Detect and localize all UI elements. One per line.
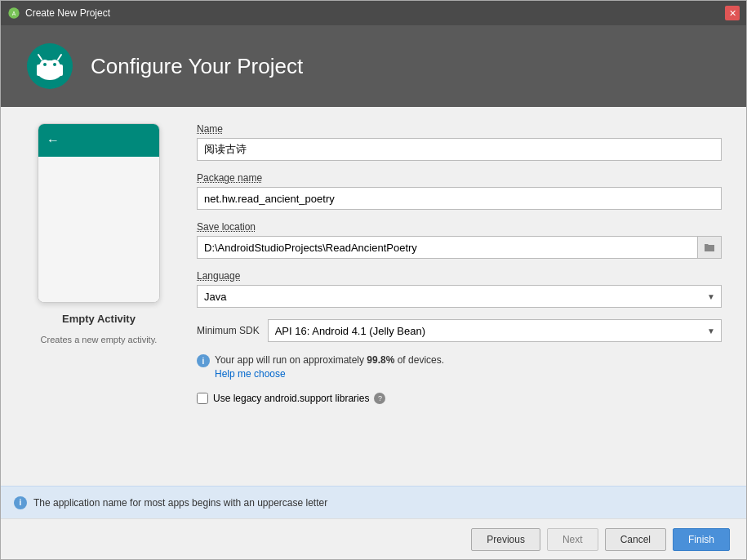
footer: Previous Next Cancel Finish [1, 518, 746, 559]
activity-desc: Creates a new empty activity. [41, 335, 158, 344]
titlebar: A Create New Project ✕ [1, 1, 746, 25]
package-input[interactable] [197, 187, 722, 210]
browse-folder-button[interactable] [697, 236, 722, 259]
header: Configure Your Project [1, 25, 746, 107]
language-group: Language Java Kotlin ▼ [197, 270, 722, 308]
bottom-info-text: The application name for most apps begin… [33, 497, 327, 509]
info-percent: 99.8% [367, 354, 394, 366]
back-arrow-icon: ← [47, 133, 60, 148]
phone-header: ← [38, 124, 159, 157]
language-select[interactable]: Java Kotlin [197, 285, 722, 308]
android-icon: A [7, 7, 20, 20]
phone-mockup: ← [38, 123, 160, 303]
finish-button[interactable]: Finish [673, 528, 730, 551]
name-group: Name [197, 123, 722, 161]
name-label: Name [197, 123, 722, 135]
min-sdk-select[interactable]: API 16: Android 4.1 (Jelly Bean) API 21:… [268, 319, 722, 342]
language-select-wrapper: Java Kotlin ▼ [197, 285, 722, 308]
info-suffix: of devices. [394, 354, 444, 366]
legacy-label: Use legacy android.support libraries [213, 393, 369, 404]
svg-text:A: A [12, 11, 16, 16]
form-panel: Name Package name Save location [197, 123, 722, 469]
next-button[interactable]: Next [547, 528, 598, 551]
svg-rect-11 [43, 72, 47, 78]
save-location-input-row [197, 236, 722, 259]
main-content: ← Empty Activity Creates a new empty act… [1, 107, 746, 486]
info-icon: i [197, 354, 210, 367]
save-location-input[interactable] [197, 236, 697, 259]
name-input[interactable] [197, 138, 722, 161]
close-button[interactable]: ✕ [725, 6, 740, 20]
save-location-label: Save location [197, 221, 722, 233]
legacy-checkbox[interactable] [197, 393, 208, 404]
svg-point-8 [53, 63, 56, 66]
bottom-info-icon: i [14, 496, 27, 509]
svg-rect-12 [53, 72, 56, 78]
activity-label: Empty Activity [62, 313, 136, 325]
help-me-choose-link[interactable]: Help me choose [215, 368, 286, 380]
header-logo-icon [25, 42, 74, 91]
min-sdk-select-wrapper: API 16: Android 4.1 (Jelly Bean) API 21:… [268, 319, 722, 342]
bottom-info-bar: i The application name for most apps beg… [1, 486, 746, 518]
min-sdk-label: Minimum SDK [197, 325, 260, 336]
window-title: Create New Project [25, 7, 110, 19]
legacy-help-icon[interactable]: ? [374, 393, 385, 404]
cancel-button[interactable]: Cancel [605, 528, 666, 551]
sdk-info-row: i Your app will run on approximately 99.… [197, 353, 722, 381]
language-label: Language [197, 270, 722, 282]
save-location-group: Save location [197, 221, 722, 259]
info-prefix: Your app will run on approximately [215, 354, 367, 366]
package-label: Package name [197, 172, 722, 184]
sdk-info-text: Your app will run on approximately 99.8%… [215, 353, 444, 381]
legacy-row: Use legacy android.support libraries ? [197, 393, 722, 404]
previous-button[interactable]: Previous [471, 528, 540, 551]
phone-body [38, 157, 159, 302]
titlebar-left: A Create New Project [7, 7, 110, 20]
left-panel: ← Empty Activity Creates a new empty act… [25, 123, 172, 469]
folder-icon [704, 242, 715, 252]
svg-point-7 [43, 63, 47, 66]
window: A Create New Project ✕ Configure Your Pr… [0, 0, 747, 560]
header-title: Configure Your Project [91, 54, 303, 79]
min-sdk-row: Minimum SDK API 16: Android 4.1 (Jelly B… [197, 319, 722, 342]
package-group: Package name [197, 172, 722, 210]
